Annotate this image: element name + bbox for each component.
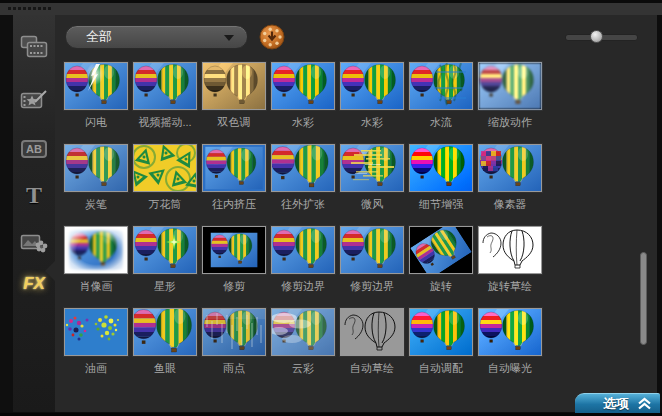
sidebar-graphic-button[interactable] bbox=[13, 232, 55, 254]
effect-item-punch[interactable]: 往外扩张 bbox=[270, 144, 336, 226]
sidebar-media-button[interactable] bbox=[13, 35, 55, 59]
effect-label: 油画 bbox=[63, 361, 129, 376]
effect-label: 往内挤压 bbox=[201, 197, 267, 212]
effect-item-detail-enhance[interactable]: 细节增强 bbox=[408, 144, 474, 226]
effect-item-crop-border[interactable]: 修剪边界 bbox=[270, 226, 336, 308]
effect-item-charcoal[interactable]: 炭笔 bbox=[63, 144, 129, 226]
effect-label: 修剪边界 bbox=[270, 279, 336, 294]
effect-label: 修剪 bbox=[201, 279, 267, 294]
effect-item-cloud[interactable]: 云彩 bbox=[270, 308, 336, 390]
effect-item-star[interactable]: 星形 bbox=[132, 226, 198, 308]
effect-item-rotate-sketch[interactable]: 旋转草绘 bbox=[477, 226, 543, 308]
active-tab-pointer bbox=[45, 261, 55, 281]
transition-icon bbox=[20, 89, 48, 111]
effect-item-auto-exposure[interactable]: 自动曝光 bbox=[477, 308, 543, 390]
overlay-ab-icon: AB bbox=[21, 140, 47, 158]
effect-label: 肖像画 bbox=[63, 279, 129, 294]
effects-gallery-panel: 全部 闪电 视频摇动... 双色调 bbox=[55, 15, 657, 412]
effect-thumbnail bbox=[340, 144, 404, 192]
effect-label: 微风 bbox=[339, 197, 405, 212]
effect-item-oil-paint[interactable]: 油画 bbox=[63, 308, 129, 390]
scrollbar-thumb[interactable] bbox=[640, 252, 647, 345]
effect-label: 旋转草绘 bbox=[477, 279, 543, 294]
effect-item-lightning[interactable]: 闪电 bbox=[63, 62, 129, 144]
effect-thumbnail bbox=[133, 308, 197, 356]
effect-thumbnail bbox=[64, 226, 128, 274]
effect-item-fisheye[interactable]: 鱼眼 bbox=[132, 308, 198, 390]
slider-thumb[interactable] bbox=[590, 30, 603, 43]
effect-thumbnail bbox=[478, 144, 542, 192]
drag-grip-dots bbox=[8, 7, 51, 10]
effect-thumbnail bbox=[202, 308, 266, 356]
effect-label: 云彩 bbox=[270, 361, 336, 376]
effect-item-breeze[interactable]: 微风 bbox=[339, 144, 405, 226]
effect-thumbnail bbox=[271, 226, 335, 274]
effect-label: 缩放动作 bbox=[477, 115, 543, 130]
effect-thumbnail bbox=[409, 144, 473, 192]
effect-item-zoom-motion[interactable]: 缩放动作 bbox=[477, 62, 543, 144]
effect-item-duotone[interactable]: 双色调 bbox=[201, 62, 267, 144]
effect-item-rotate[interactable]: 旋转 bbox=[408, 226, 474, 308]
effect-label: 水流 bbox=[408, 115, 474, 130]
effect-label: 双色调 bbox=[201, 115, 267, 130]
effect-thumbnail bbox=[64, 144, 128, 192]
effect-label: 炭笔 bbox=[63, 197, 129, 212]
effect-item-watercolor-2[interactable]: 水彩 bbox=[339, 62, 405, 144]
effect-thumbnail bbox=[478, 62, 542, 110]
title-text-icon: T bbox=[26, 182, 42, 208]
effect-thumbnail bbox=[133, 226, 197, 274]
dropdown-value: 全部 bbox=[86, 26, 112, 48]
effect-thumbnail bbox=[271, 308, 335, 356]
effect-item-pinch[interactable]: 往内挤压 bbox=[201, 144, 267, 226]
options-button[interactable]: 选项 bbox=[575, 393, 660, 413]
fx-library-panel: AB T FX 全部 bbox=[0, 0, 662, 416]
effect-thumbnail bbox=[409, 308, 473, 356]
gallery-filter-dropdown[interactable]: 全部 bbox=[65, 25, 248, 49]
effect-item-raindrop[interactable]: 雨点 bbox=[201, 308, 267, 390]
effect-label: 修剪边界 bbox=[339, 279, 405, 294]
effect-item-crop[interactable]: 修剪 bbox=[201, 226, 267, 308]
effect-thumbnail bbox=[478, 226, 542, 274]
effect-item-portrait[interactable]: 肖像画 bbox=[63, 226, 129, 308]
effect-item-auto-sketch[interactable]: 自动草绘 bbox=[339, 308, 405, 390]
effect-label: 水彩 bbox=[339, 115, 405, 130]
film-reel-download-icon bbox=[259, 24, 285, 50]
chevron-down-icon bbox=[224, 35, 234, 41]
effect-thumbnail bbox=[202, 226, 266, 274]
effect-item-video-pan[interactable]: 视频摇动... bbox=[132, 62, 198, 144]
effect-thumbnail bbox=[409, 62, 473, 110]
effect-thumbnail bbox=[340, 62, 404, 110]
sidebar-overlay-button[interactable]: AB bbox=[13, 139, 55, 158]
effect-label: 旋转 bbox=[408, 279, 474, 294]
effect-thumbnail bbox=[271, 62, 335, 110]
effect-label: 闪电 bbox=[63, 115, 129, 130]
thumbnail-zoom-slider[interactable] bbox=[565, 34, 638, 41]
double-chevron-up-icon bbox=[637, 397, 652, 410]
effect-thumbnail bbox=[64, 308, 128, 356]
sidebar-transition-button[interactable] bbox=[13, 89, 55, 111]
effect-thumbnail bbox=[271, 144, 335, 192]
effect-thumbnail bbox=[133, 62, 197, 110]
effect-item-kaleidoscope[interactable]: 万花筒 bbox=[132, 144, 198, 226]
effect-item-crop-border-2[interactable]: 修剪边界 bbox=[339, 226, 405, 308]
effect-label: 星形 bbox=[132, 279, 198, 294]
effect-label: 视频摇动... bbox=[132, 115, 198, 130]
effect-label: 往外扩张 bbox=[270, 197, 336, 212]
effect-item-watercolor[interactable]: 水彩 bbox=[270, 62, 336, 144]
effect-item-pixelator[interactable]: 像素器 bbox=[477, 144, 543, 226]
effect-label: 鱼眼 bbox=[132, 361, 198, 376]
effect-label: 自动调配 bbox=[408, 361, 474, 376]
effect-thumbnail bbox=[133, 144, 197, 192]
download-effects-button[interactable] bbox=[259, 24, 285, 50]
graphic-icon bbox=[20, 232, 48, 254]
options-label: 选项 bbox=[603, 395, 629, 413]
effect-thumbnail bbox=[340, 308, 404, 356]
panel-title-bar bbox=[0, 0, 662, 15]
sidebar-title-button[interactable]: T bbox=[13, 183, 55, 207]
effect-thumbnail bbox=[64, 62, 128, 110]
effect-item-auto-tune[interactable]: 自动调配 bbox=[408, 308, 474, 390]
effect-label: 自动草绘 bbox=[339, 361, 405, 376]
effect-item-water-flow[interactable]: 水流 bbox=[408, 62, 474, 144]
effects-grid: 闪电 视频摇动... 双色调 水彩 水彩 水流 bbox=[63, 62, 543, 390]
effect-thumbnail bbox=[409, 226, 473, 274]
